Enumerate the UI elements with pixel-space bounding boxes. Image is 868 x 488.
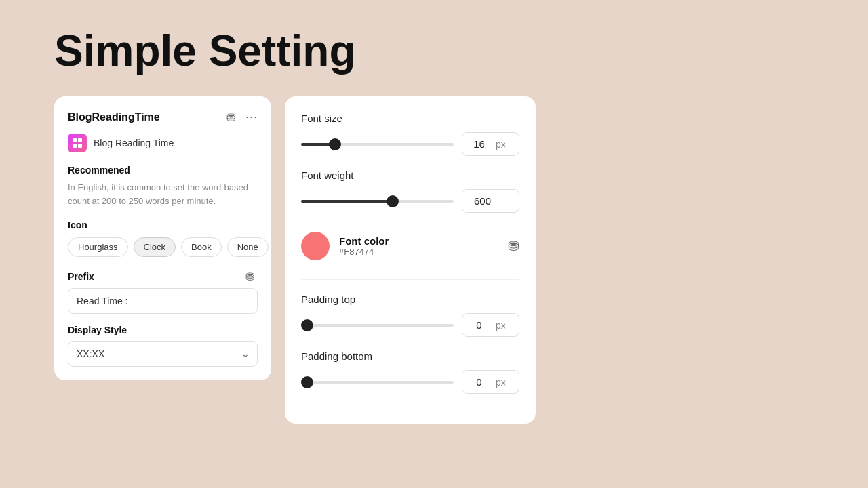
padding-bottom-input[interactable]	[462, 371, 493, 393]
font-weight-track	[301, 200, 454, 203]
font-weight-input-box	[462, 189, 519, 213]
padding-bottom-unit: px	[493, 371, 513, 393]
padding-top-row: Padding top px	[301, 293, 519, 337]
prefix-label: Prefix	[68, 271, 94, 282]
font-weight-label: Font weight	[301, 169, 519, 181]
icon-buttons-group: Hourglass Clock Book None	[68, 237, 258, 257]
more-options-icon[interactable]: ···	[245, 110, 258, 124]
plugin-name: Blog Reading Time	[94, 138, 174, 148]
padding-top-input-box: px	[462, 313, 519, 337]
font-weight-input[interactable]	[462, 190, 500, 212]
prefix-row: Prefix ⛃	[68, 270, 258, 283]
display-style-label: Display Style	[68, 325, 258, 336]
font-size-input[interactable]	[462, 133, 493, 155]
padding-top-label: Padding top	[301, 293, 519, 305]
font-color-hex: #F87474	[339, 247, 389, 257]
font-size-thumb[interactable]	[329, 138, 341, 150]
display-style-wrapper: XX:XX Xm Xs X minutes ⌄	[68, 341, 258, 367]
card-header-icons: ⛃ ···	[226, 110, 258, 124]
padding-bottom-row: Padding bottom px	[301, 350, 519, 394]
database-icon[interactable]: ⛃	[226, 111, 239, 123]
font-color-row: Font color #F87474 ⛃	[301, 226, 519, 266]
page-title: Simple Setting	[54, 27, 814, 75]
font-color-swatch[interactable]	[301, 232, 330, 260]
cards-container: BlogReadingTime ⛃ ··· Blog Reading Time …	[54, 96, 814, 424]
display-style-select[interactable]: XX:XX Xm Xs X minutes	[68, 341, 258, 367]
padding-top-input[interactable]	[462, 314, 493, 336]
prefix-db-icon[interactable]: ⛃	[245, 270, 258, 283]
padding-bottom-thumb[interactable]	[301, 376, 313, 388]
font-size-track	[301, 143, 454, 146]
font-size-input-box: px	[462, 132, 519, 156]
font-weight-thumb[interactable]	[387, 195, 399, 207]
icon-btn-clock[interactable]: Clock	[134, 237, 176, 257]
color-info: Font color #F87474	[339, 235, 389, 257]
plugin-row: Blog Reading Time	[68, 134, 258, 152]
divider	[301, 279, 519, 280]
font-size-slider-row: px	[301, 132, 519, 156]
icon-btn-hourglass[interactable]: Hourglass	[68, 237, 128, 257]
font-weight-row: Font weight	[301, 169, 519, 213]
font-size-unit: px	[493, 134, 513, 155]
card-header: BlogReadingTime ⛃ ···	[68, 110, 258, 124]
left-card: BlogReadingTime ⛃ ··· Blog Reading Time …	[54, 96, 271, 380]
font-weight-slider-row	[301, 189, 519, 213]
card-title: BlogReadingTime	[68, 111, 160, 123]
padding-bottom-track	[301, 381, 454, 384]
padding-bottom-label: Padding bottom	[301, 350, 519, 362]
prefix-input[interactable]	[68, 288, 258, 314]
padding-top-track	[301, 324, 454, 327]
padding-bottom-input-box: px	[462, 370, 519, 394]
padding-top-unit: px	[493, 314, 513, 336]
icon-btn-none[interactable]: None	[227, 237, 269, 257]
svg-rect-0	[73, 138, 77, 142]
font-size-label: Font size	[301, 113, 519, 124]
font-size-row: Font size px	[301, 113, 519, 156]
padding-bottom-slider-row: px	[301, 370, 519, 394]
font-weight-fill	[301, 200, 393, 203]
padding-top-thumb[interactable]	[301, 319, 313, 331]
font-color-db-icon[interactable]: ⛃	[508, 238, 519, 254]
right-card: Font size px Font weight	[285, 96, 536, 424]
svg-rect-2	[73, 144, 77, 148]
color-left: Font color #F87474	[301, 232, 389, 260]
icon-section-label: Icon	[68, 220, 258, 230]
svg-rect-1	[78, 138, 82, 142]
icon-btn-book[interactable]: Book	[181, 237, 222, 257]
svg-rect-3	[78, 144, 82, 148]
recommended-text: In English, it is common to set the word…	[68, 181, 258, 207]
padding-top-slider-row: px	[301, 313, 519, 337]
font-color-label: Font color	[339, 235, 389, 247]
plugin-icon	[68, 134, 87, 152]
recommended-label: Recommened	[68, 165, 258, 176]
